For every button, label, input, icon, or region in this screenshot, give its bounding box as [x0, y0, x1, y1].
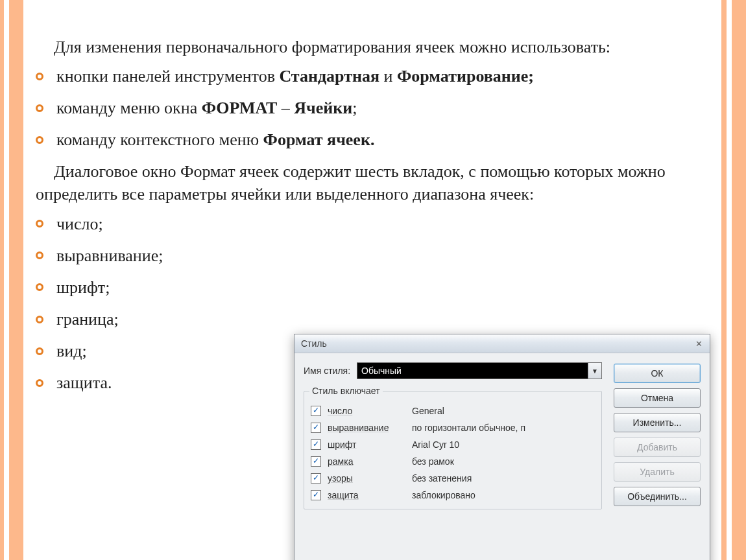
bold-text: Ячейки	[294, 99, 352, 117]
text: число;	[56, 215, 103, 233]
text: команду меню окна	[56, 99, 202, 117]
checkbox-row-number: число General	[309, 402, 596, 419]
text: граница;	[56, 310, 119, 329]
bold-text: Форматирование;	[397, 67, 534, 86]
style-includes-group: Стиль включает число General выравнивани…	[304, 386, 602, 509]
text: шрифт;	[56, 278, 110, 297]
text: кнопки панелей инструментов	[56, 67, 279, 86]
checkbox-row-protection: защита заблокировано	[309, 487, 596, 504]
button-label: ОК	[651, 368, 663, 379]
checkbox-label: узоры	[328, 473, 405, 484]
text: –	[277, 99, 294, 117]
dialog-left-column: Имя стиля: ▼ Стиль включает число Genera…	[304, 362, 602, 509]
description-paragraph: Диалоговое окно Формат ячеек содержит ше…	[36, 160, 710, 205]
group-legend: Стиль включает	[309, 386, 383, 396]
checkbox-label: число	[328, 406, 405, 416]
bold-text: ФОРМАТ	[202, 99, 278, 117]
checkbox[interactable]	[311, 490, 321, 500]
checkbox-row-border: рамка без рамок	[309, 453, 596, 470]
style-name-input[interactable]	[357, 363, 588, 379]
text: выравнивание;	[56, 246, 163, 265]
merge-button[interactable]: Объединить...	[614, 487, 701, 506]
style-dialog: Стиль ✕ Имя стиля: ▼ Стиль включает	[294, 334, 710, 560]
list-item: граница;	[36, 308, 710, 331]
checkbox-value: без рамок	[412, 456, 454, 467]
bold-text: Формат ячеек.	[263, 130, 375, 149]
style-name-row: Имя стиля: ▼	[304, 362, 602, 379]
button-label: Объединить...	[627, 491, 687, 502]
checkbox[interactable]	[311, 406, 321, 416]
list-item: выравнивание;	[36, 244, 710, 267]
checkbox[interactable]	[311, 473, 321, 484]
text: ;	[352, 99, 357, 117]
text: вид;	[56, 342, 87, 360]
list-item: команду контекстного меню Формат ячеек.	[36, 128, 710, 151]
list-item: команду меню окна ФОРМАТ – Ячейки;	[36, 97, 710, 119]
chevron-down-icon[interactable]: ▼	[588, 363, 601, 379]
checkbox-value: Arial Cyr 10	[412, 439, 459, 450]
dialog-titlebar[interactable]: Стиль ✕	[295, 334, 710, 353]
button-label: Изменить...	[633, 417, 682, 428]
bullet-list-1: кнопки панелей инструментов Стандартная …	[36, 65, 710, 151]
checkbox[interactable]	[311, 439, 321, 450]
delete-button: Удалить	[614, 462, 701, 482]
ok-button[interactable]: ОК	[614, 364, 701, 383]
list-item: шрифт;	[36, 276, 710, 299]
checkbox-value: заблокировано	[412, 490, 475, 500]
checkbox-label: выравнивание	[328, 423, 405, 433]
text: защита.	[56, 373, 112, 392]
style-name-combobox[interactable]: ▼	[357, 362, 602, 379]
dialog-body: Имя стиля: ▼ Стиль включает число Genera…	[295, 353, 710, 516]
cancel-button[interactable]: Отмена	[614, 388, 701, 408]
modify-button[interactable]: Изменить...	[614, 413, 701, 432]
button-label: Добавить	[637, 442, 677, 452]
add-button: Добавить	[614, 438, 701, 457]
checkbox-label: рамка	[328, 456, 405, 467]
checkbox-value: по горизонтали обычное, п	[412, 423, 525, 433]
close-icon: ✕	[695, 339, 703, 349]
bold-text: Стандартная	[279, 67, 379, 86]
list-item: число;	[36, 213, 710, 235]
button-label: Удалить	[640, 467, 674, 477]
checkbox-value: General	[412, 406, 444, 416]
checkbox-row-patterns: узоры без затенения	[309, 470, 596, 487]
checkbox-value: без затенения	[412, 473, 472, 484]
checkbox-row-font: шрифт Arial Cyr 10	[309, 436, 596, 453]
text: команду контекстного меню	[56, 130, 263, 149]
list-item: кнопки панелей инструментов Стандартная …	[36, 65, 710, 88]
checkbox-row-alignment: выравнивание по горизонтали обычное, п	[309, 419, 596, 436]
checkbox-label: защита	[328, 490, 405, 500]
checkbox-label: шрифт	[328, 439, 405, 450]
text: и	[379, 67, 397, 86]
dialog-title: Стиль	[301, 338, 692, 349]
intro-paragraph: Для изменения первоначального форматиров…	[36, 36, 710, 58]
checkbox[interactable]	[311, 456, 321, 467]
style-name-label: Имя стиля:	[304, 366, 350, 376]
slide-content: Для изменения первоначального форматиров…	[36, 36, 710, 547]
button-label: Отмена	[641, 393, 673, 403]
dialog-button-column: ОК Отмена Изменить... Добавить Удалить О…	[614, 362, 701, 509]
checkbox[interactable]	[311, 423, 321, 433]
close-button[interactable]: ✕	[692, 337, 706, 350]
